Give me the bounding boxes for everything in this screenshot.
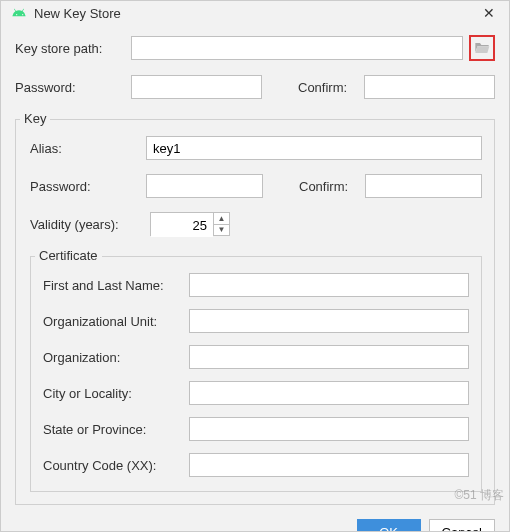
cert-first-last-row: First and Last Name: xyxy=(43,273,469,297)
dialog-footer: OK Cancel xyxy=(1,511,509,532)
key-confirm-label: Confirm: xyxy=(299,179,359,194)
key-password-row: Password: Confirm: xyxy=(30,174,482,198)
alias-input[interactable] xyxy=(146,136,482,160)
cert-first-last-input[interactable] xyxy=(189,273,469,297)
key-confirm-input[interactable] xyxy=(365,174,482,198)
keystore-password-input[interactable] xyxy=(131,75,262,99)
cert-org-unit-label: Organizational Unit: xyxy=(43,314,183,329)
cert-city-input[interactable] xyxy=(189,381,469,405)
dialog-content: Key store path: Password: Confirm: Key A… xyxy=(1,27,509,511)
cert-state-input[interactable] xyxy=(189,417,469,441)
ok-button[interactable]: OK xyxy=(357,519,421,532)
alias-row: Alias: xyxy=(30,136,482,160)
keystore-path-row: Key store path: xyxy=(15,35,495,61)
cert-country-label: Country Code (XX): xyxy=(43,458,183,473)
keystore-password-label: Password: xyxy=(15,80,125,95)
cert-city-row: City or Locality: xyxy=(43,381,469,405)
spinner-up[interactable]: ▲ xyxy=(214,213,229,225)
cert-state-row: State or Province: xyxy=(43,417,469,441)
cert-org-label: Organization: xyxy=(43,350,183,365)
cert-city-label: City or Locality: xyxy=(43,386,183,401)
keystore-path-label: Key store path: xyxy=(15,41,125,56)
key-legend: Key xyxy=(20,111,50,126)
alias-label: Alias: xyxy=(30,141,140,156)
key-group: Key Alias: Password: Confirm: Validity (… xyxy=(15,119,495,505)
cancel-button[interactable]: Cancel xyxy=(429,519,495,532)
cert-org-input[interactable] xyxy=(189,345,469,369)
cert-org-unit-input[interactable] xyxy=(189,309,469,333)
folder-open-icon xyxy=(474,40,490,57)
validity-label: Validity (years): xyxy=(30,217,140,232)
cert-first-last-label: First and Last Name: xyxy=(43,278,183,293)
key-password-input[interactable] xyxy=(146,174,263,198)
validity-row: Validity (years): ▲ ▼ xyxy=(30,212,482,236)
cert-org-unit-row: Organizational Unit: xyxy=(43,309,469,333)
cert-state-label: State or Province: xyxy=(43,422,183,437)
certificate-legend: Certificate xyxy=(35,248,102,263)
validity-input[interactable] xyxy=(151,213,213,237)
close-button[interactable]: ✕ xyxy=(479,5,499,21)
spinner-down[interactable]: ▼ xyxy=(214,225,229,236)
cert-org-row: Organization: xyxy=(43,345,469,369)
keystore-confirm-label: Confirm: xyxy=(298,80,358,95)
certificate-group: Certificate First and Last Name: Organiz… xyxy=(30,256,482,492)
cert-country-input[interactable] xyxy=(189,453,469,477)
titlebar: New Key Store ✕ xyxy=(1,1,509,27)
cert-country-row: Country Code (XX): xyxy=(43,453,469,477)
android-icon xyxy=(11,5,27,21)
keystore-password-row: Password: Confirm: xyxy=(15,75,495,99)
browse-highlight xyxy=(469,35,495,61)
keystore-path-input[interactable] xyxy=(131,36,463,60)
key-password-label: Password: xyxy=(30,179,140,194)
keystore-confirm-input[interactable] xyxy=(364,75,495,99)
window-title: New Key Store xyxy=(34,6,479,21)
validity-spinner[interactable]: ▲ ▼ xyxy=(150,212,230,236)
browse-button[interactable] xyxy=(472,38,492,58)
